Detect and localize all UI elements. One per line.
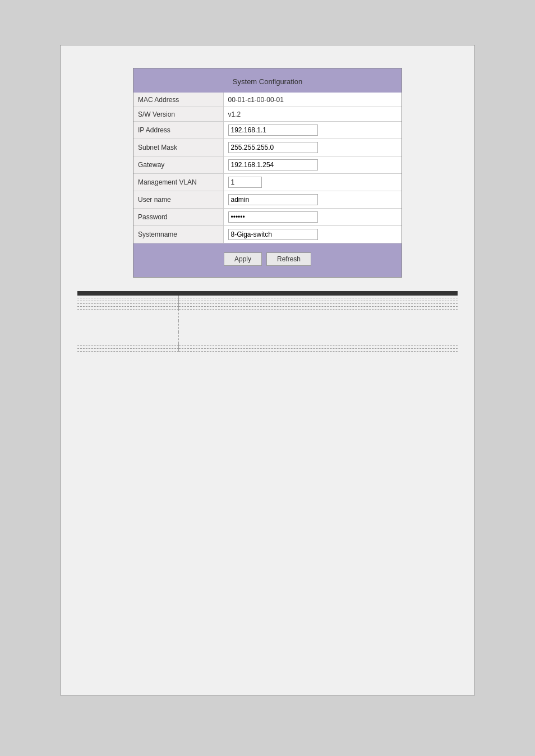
cell-right-8 [178,348,458,351]
bottom-table-header [77,291,458,296]
value-mac-address: 00-01-c1-00-00-01 [223,93,402,107]
cell-left-8 [77,348,178,351]
outer-container: System Configuration MAC Address 00-01-c… [60,45,475,695]
table-row [77,321,458,332]
panel-title: System Configuration [133,74,402,93]
cell-username [223,191,402,209]
refresh-button[interactable]: Refresh [266,252,311,266]
cell-ip-address [223,122,402,139]
label-mgmt-vlan: Management VLAN [133,174,223,191]
apply-button[interactable]: Apply [224,252,262,266]
input-subnet-mask[interactable] [228,142,318,153]
row-systemname: Systemname [133,226,402,243]
bottom-table-container [77,291,458,352]
label-systemname: Systemname [133,226,223,243]
row-mgmt-vlan: Management VLAN [133,174,402,191]
label-mac-address: MAC Address [133,93,223,107]
header-col1 [77,291,178,296]
row-gateway: Gateway [133,156,402,174]
label-subnet-mask: Subnet Mask [133,139,223,156]
bottom-table [77,291,458,352]
buttons-row: Apply Refresh [133,252,402,266]
cell-subnet-mask [223,139,402,156]
cell-systemname [223,226,402,243]
row-username: User name [133,191,402,209]
cell-mgmt-vlan [223,174,402,191]
row-password: Password [133,209,402,226]
label-password: Password [133,209,223,226]
config-table: MAC Address 00-01-c1-00-00-01 S/W Versio… [133,93,402,243]
label-username: User name [133,191,223,209]
cell-gateway [223,156,402,174]
label-ip-address: IP Address [133,122,223,139]
table-row [77,348,458,351]
input-password[interactable] [228,211,318,223]
input-gateway[interactable] [228,159,318,170]
input-username[interactable] [228,194,318,205]
row-mac-address: MAC Address 00-01-c1-00-00-01 [133,93,402,107]
label-sw-version: S/W Version [133,107,223,122]
header-col2 [178,291,458,296]
input-systemname[interactable] [228,229,318,240]
row-sw-version: S/W Version v1.2 [133,107,402,122]
label-gateway: Gateway [133,156,223,174]
row-ip-address: IP Address [133,122,402,139]
table-row [77,332,458,343]
system-config-panel: System Configuration MAC Address 00-01-c… [133,68,402,278]
row-subnet-mask: Subnet Mask [133,139,402,156]
input-ip-address[interactable] [228,125,318,136]
value-sw-version: v1.2 [223,107,402,122]
input-mgmt-vlan[interactable] [228,177,262,188]
table-row [77,310,458,321]
cell-password [223,209,402,226]
